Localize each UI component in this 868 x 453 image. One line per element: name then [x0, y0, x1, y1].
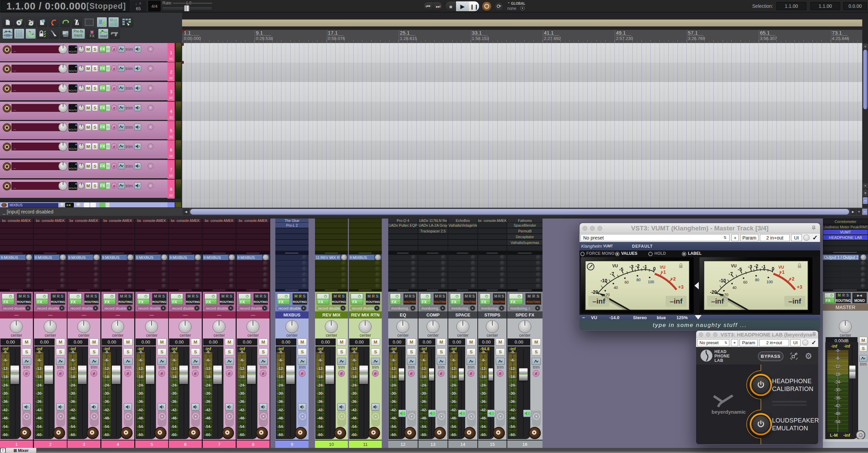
- svg-text:100: 100: [767, 280, 773, 284]
- svg-text:-20: -20: [591, 289, 598, 295]
- svg-text:-5: -5: [619, 267, 624, 272]
- svg-text:40: 40: [732, 286, 736, 290]
- svg-text:+1: +1: [660, 269, 666, 275]
- svg-text:i: i: [43, 20, 43, 23]
- svg-text:-2: -2: [635, 263, 640, 269]
- svg-text:0: 0: [772, 266, 774, 271]
- svg-text:40: 40: [614, 286, 618, 290]
- svg-text:-10: -10: [719, 278, 726, 283]
- svg-text:0: 0: [653, 266, 656, 271]
- svg-text:60: 60: [625, 280, 629, 284]
- svg-text:+2: +2: [789, 276, 794, 282]
- svg-text:-7: -7: [729, 271, 733, 276]
- svg-text:60: 60: [743, 280, 747, 284]
- svg-text:100: 100: [648, 280, 654, 284]
- svg-text:+3: +3: [797, 284, 802, 290]
- svg-text:-1: -1: [643, 264, 647, 269]
- svg-text:80: 80: [636, 278, 640, 282]
- svg-text:-1: -1: [762, 264, 766, 269]
- svg-text:80: 80: [755, 278, 759, 282]
- svg-text:+3: +3: [678, 284, 684, 290]
- svg-text:-7: -7: [610, 271, 614, 276]
- svg-text:-20: -20: [710, 289, 717, 295]
- svg-text:-3: -3: [629, 264, 634, 269]
- svg-text:-5: -5: [738, 267, 742, 272]
- svg-text:+1: +1: [779, 269, 785, 275]
- svg-text:-10: -10: [600, 278, 607, 283]
- svg-text:-2: -2: [754, 263, 758, 269]
- svg-text:-3: -3: [748, 264, 752, 269]
- svg-text:+2: +2: [670, 276, 676, 282]
